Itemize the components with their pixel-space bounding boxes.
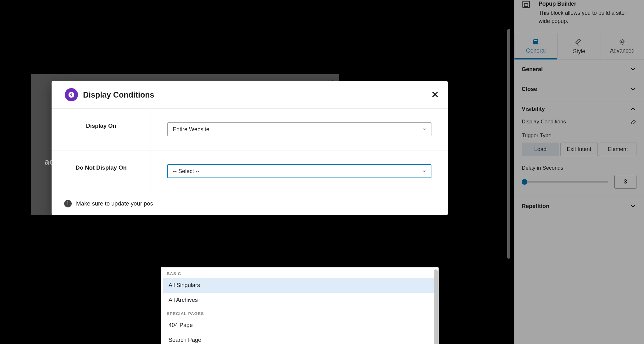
panel-close: Close (514, 79, 644, 99)
panel-repetition: Repetition (514, 196, 644, 216)
dropdown-scrollbar[interactable] (434, 269, 438, 344)
dropdown-option-all-singulars[interactable]: All Singulars (163, 278, 436, 293)
block-info: Popup Builder This block allows you to b… (514, 0, 644, 33)
svg-rect-0 (523, 1, 530, 8)
chevron-down-icon (630, 203, 636, 210)
modal-title: Display Conditions (83, 90, 154, 99)
do-not-display-on-select[interactable]: -- Select -- (167, 164, 431, 178)
info-icon: ! (64, 200, 72, 207)
gear-icon (601, 38, 644, 46)
trigger-option-element[interactable]: Element (599, 143, 636, 156)
modal-header: Display Conditions ✕ (52, 81, 448, 109)
block-title: Popup Builder (539, 0, 636, 8)
chevron-down-icon (630, 66, 636, 73)
trigger-type-segmented: Load Exit Intent Element (522, 143, 636, 156)
dropdown-option-404-page[interactable]: 404 Page (163, 318, 436, 333)
display-on-select[interactable]: Entire Website (167, 122, 431, 136)
slider-thumb[interactable] (522, 179, 527, 185)
modal-footer-hint: Make sure to update your pos (76, 200, 153, 207)
chevron-up-icon (630, 105, 636, 112)
close-modal-button[interactable]: ✕ (431, 90, 439, 99)
panel-title: General (522, 66, 543, 73)
chevron-down-icon (422, 169, 426, 173)
chevron-down-icon (630, 86, 636, 93)
panel-title: Close (522, 86, 537, 93)
tab-advanced[interactable]: Advanced (601, 33, 644, 59)
delay-number-input[interactable] (614, 175, 636, 189)
dropdown-group-label: SPECIAL PAGES (161, 307, 438, 318)
display-conditions-label: Display Conditions (522, 119, 566, 125)
panel-visibility: Visibility Display Conditions Trigger Ty… (514, 99, 644, 196)
canvas-scrollbar[interactable] (506, 0, 511, 344)
dropdown-option-search-page[interactable]: Search Page (163, 333, 436, 344)
delay-slider[interactable] (522, 181, 608, 183)
inspector-tabs: General Style Advanced (514, 33, 644, 59)
svg-rect-2 (533, 39, 538, 44)
panel-close-toggle[interactable]: Close (514, 79, 644, 99)
modal-footer: ! Make sure to update your pos (52, 192, 448, 215)
condition-row-do-not-display-on: Do Not Display On -- Select -- (52, 150, 448, 192)
tab-label: Advanced (610, 48, 635, 54)
panel-title: Repetition (522, 203, 549, 210)
panel-general-toggle[interactable]: General (514, 59, 644, 79)
edit-display-conditions-button[interactable] (631, 119, 636, 125)
block-description: This block allows you to build a site-wi… (539, 9, 636, 25)
popup-block-icon (522, 0, 531, 25)
display-conditions-modal: Display Conditions ✕ Display On Entire W… (52, 81, 448, 215)
scroll-thumb[interactable] (507, 29, 510, 259)
display-on-value: Entire Website (173, 126, 209, 133)
trigger-option-load[interactable]: Load (522, 143, 559, 156)
tab-general[interactable]: General (514, 33, 558, 59)
dropdown-option-all-archives[interactable]: All Archives (163, 293, 436, 307)
editor-canvas: ✕ ac Display Conditions ✕ Display On Ent… (0, 0, 514, 344)
delay-label: Delay in Seconds (522, 165, 636, 171)
chevron-down-icon (422, 127, 427, 132)
dropdown-group-label: BASIC (161, 268, 438, 278)
panel-title: Visibility (522, 106, 545, 112)
trigger-type-label: Trigger Type (522, 133, 636, 139)
panel-repetition-toggle[interactable]: Repetition (514, 196, 644, 216)
trigger-option-exit-intent[interactable]: Exit Intent (560, 143, 598, 156)
svg-rect-1 (524, 3, 528, 6)
tab-label: General (526, 48, 546, 54)
panel-visibility-toggle[interactable]: Visibility (514, 99, 644, 119)
inspector-sidebar: Popup Builder This block allows you to b… (514, 0, 644, 344)
do-not-display-on-value: -- Select -- (173, 168, 199, 175)
svg-point-4 (621, 41, 623, 43)
display-on-label: Display On (52, 109, 151, 150)
do-not-display-on-dropdown[interactable]: BASIC All Singulars All Archives SPECIAL… (161, 267, 439, 344)
svg-rect-3 (534, 40, 537, 41)
tab-label: Style (573, 48, 585, 54)
condition-row-display-on: Display On Entire Website (52, 109, 448, 150)
do-not-display-on-label: Do Not Display On (52, 150, 151, 192)
tab-style[interactable]: Style (558, 33, 601, 59)
panel-general: General (514, 59, 644, 79)
brand-icon (65, 88, 78, 101)
